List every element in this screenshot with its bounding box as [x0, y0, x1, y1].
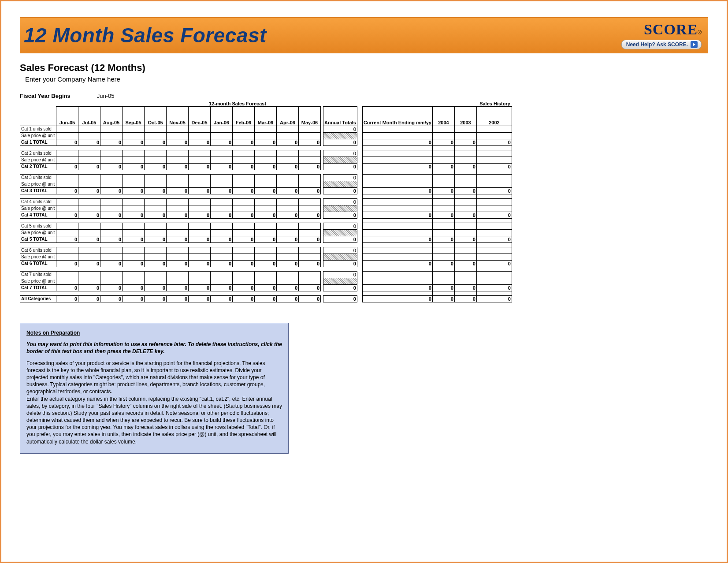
- cell[interactable]: 0: [56, 261, 78, 267]
- cell[interactable]: [299, 199, 321, 205]
- cell[interactable]: 0: [233, 296, 255, 302]
- cell[interactable]: [323, 194, 357, 199]
- cell[interactable]: [454, 247, 476, 254]
- cell[interactable]: [233, 181, 255, 188]
- company-name-input[interactable]: Enter your Company Name here: [25, 75, 708, 83]
- cell[interactable]: [145, 205, 167, 212]
- cell[interactable]: 0: [454, 139, 476, 146]
- cell[interactable]: [123, 267, 145, 272]
- cell[interactable]: 0: [145, 261, 167, 267]
- cell[interactable]: [78, 126, 100, 133]
- cell[interactable]: [211, 126, 233, 133]
- cell[interactable]: 0: [323, 139, 357, 146]
- cell[interactable]: [145, 126, 167, 133]
- cell[interactable]: [362, 157, 432, 164]
- cell[interactable]: [211, 175, 233, 181]
- cell[interactable]: [167, 230, 189, 236]
- cell[interactable]: [123, 194, 145, 199]
- cell[interactable]: [167, 157, 189, 164]
- cell[interactable]: [277, 194, 299, 199]
- cell[interactable]: [299, 267, 321, 272]
- cell[interactable]: [454, 219, 476, 223]
- cell[interactable]: [123, 223, 145, 230]
- cell[interactable]: 0: [432, 188, 454, 194]
- cell[interactable]: [255, 278, 277, 285]
- cell[interactable]: [362, 278, 432, 285]
- cell[interactable]: [100, 126, 123, 133]
- cell[interactable]: [211, 267, 233, 272]
- cell[interactable]: [362, 170, 432, 175]
- cell[interactable]: [145, 272, 167, 278]
- cell[interactable]: [299, 194, 321, 199]
- cell[interactable]: [233, 157, 255, 164]
- cell[interactable]: [145, 146, 167, 150]
- cell[interactable]: [78, 247, 100, 254]
- cell[interactable]: [167, 278, 189, 285]
- cell[interactable]: [299, 175, 321, 181]
- cell[interactable]: 0: [432, 236, 454, 243]
- cell[interactable]: [123, 150, 145, 157]
- cell[interactable]: 0: [78, 212, 100, 219]
- cell[interactable]: [145, 170, 167, 175]
- cell[interactable]: 0: [123, 164, 145, 170]
- cell[interactable]: [454, 146, 476, 150]
- cell[interactable]: [432, 272, 454, 278]
- cell[interactable]: 0: [476, 261, 512, 267]
- cell[interactable]: [145, 230, 167, 236]
- cell[interactable]: [454, 181, 476, 188]
- cell[interactable]: [323, 146, 357, 150]
- cell[interactable]: [454, 230, 476, 236]
- cell[interactable]: 0: [123, 261, 145, 267]
- cell[interactable]: [454, 278, 476, 285]
- cell[interactable]: [277, 230, 299, 236]
- cell[interactable]: [277, 219, 299, 223]
- cell[interactable]: 0: [432, 296, 454, 302]
- cell[interactable]: [277, 272, 299, 278]
- cell[interactable]: [78, 194, 100, 199]
- cell[interactable]: 0: [454, 164, 476, 170]
- cell[interactable]: [233, 194, 255, 199]
- cell[interactable]: [323, 254, 357, 261]
- cell[interactable]: [323, 267, 357, 272]
- cell[interactable]: 0: [123, 212, 145, 219]
- cell[interactable]: [145, 278, 167, 285]
- cell[interactable]: 0: [323, 223, 357, 230]
- cell[interactable]: [255, 291, 277, 296]
- cell[interactable]: 0: [476, 139, 512, 146]
- cell[interactable]: [189, 126, 211, 133]
- cell[interactable]: 0: [145, 139, 167, 146]
- cell[interactable]: 0: [145, 285, 167, 291]
- cell[interactable]: [189, 291, 211, 296]
- cell[interactable]: [20, 170, 56, 175]
- cell[interactable]: 0: [255, 296, 277, 302]
- cell[interactable]: [432, 291, 454, 296]
- cell[interactable]: 0: [189, 164, 211, 170]
- cell[interactable]: [189, 181, 211, 188]
- cell[interactable]: 0: [323, 261, 357, 267]
- cell[interactable]: 0: [189, 188, 211, 194]
- cell[interactable]: 0: [323, 212, 357, 219]
- cell[interactable]: 0: [211, 188, 233, 194]
- cell[interactable]: 0: [78, 164, 100, 170]
- cell[interactable]: [255, 219, 277, 223]
- cell[interactable]: [56, 291, 78, 296]
- cell[interactable]: [189, 278, 211, 285]
- cell[interactable]: 0: [255, 212, 277, 219]
- cell[interactable]: [123, 181, 145, 188]
- cell[interactable]: [78, 181, 100, 188]
- cell[interactable]: [233, 223, 255, 230]
- cell[interactable]: [476, 230, 512, 236]
- cell[interactable]: [277, 150, 299, 157]
- cell[interactable]: [123, 170, 145, 175]
- cell[interactable]: [454, 175, 476, 181]
- cell[interactable]: [362, 254, 432, 261]
- cell[interactable]: [189, 170, 211, 175]
- cell[interactable]: [476, 199, 512, 205]
- cell[interactable]: 0: [123, 236, 145, 243]
- cell[interactable]: [167, 243, 189, 247]
- cell[interactable]: [299, 219, 321, 223]
- cell[interactable]: [277, 205, 299, 212]
- cell[interactable]: [432, 126, 454, 133]
- cell[interactable]: [299, 205, 321, 212]
- cell[interactable]: [167, 194, 189, 199]
